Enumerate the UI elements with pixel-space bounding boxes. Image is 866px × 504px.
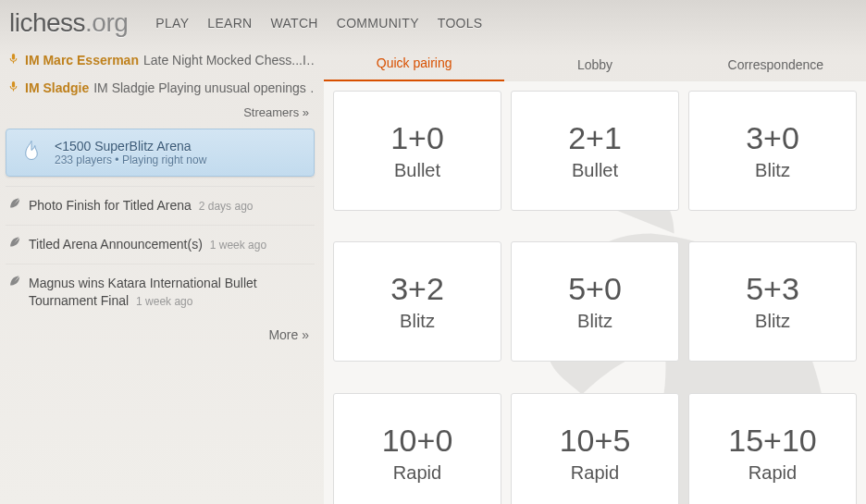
mic-icon xyxy=(7,53,19,65)
tile-mode: Bullet xyxy=(572,160,618,181)
pairing-tile[interactable]: 1+0Bullet xyxy=(333,91,501,211)
mic-icon xyxy=(7,80,19,92)
nav-watch[interactable]: WATCH xyxy=(271,16,318,31)
sidebar: IM Marc Esserman Late Night Mocked Chess… xyxy=(0,46,324,504)
flame-icon xyxy=(18,139,45,166)
tile-time: 2+1 xyxy=(568,120,622,156)
stream-title: IM Sladgie xyxy=(25,80,89,96)
tile-mode: Rapid xyxy=(748,462,797,484)
pairing-tile[interactable]: 10+5Rapid xyxy=(511,393,679,504)
tile-time: 5+3 xyxy=(746,271,799,307)
main-area: Quick pairing Lobby Correspondence 1+0Bu… xyxy=(324,46,866,504)
news-time: 1 week ago xyxy=(210,239,266,252)
stream-item[interactable]: IM Marc Esserman Late Night Mocked Chess… xyxy=(6,46,315,74)
nav-tools[interactable]: TOOLS xyxy=(438,16,483,31)
news-title: Titled Arena Announcement(s) xyxy=(29,237,203,252)
logo[interactable]: lichess.org xyxy=(9,8,128,38)
pairing-tile[interactable]: 5+3Blitz xyxy=(688,241,857,362)
news-time: 2 days ago xyxy=(199,200,254,213)
pairing-tile[interactable]: 10+0Rapid xyxy=(333,393,501,504)
tile-mode: Blitz xyxy=(577,311,612,332)
feather-icon xyxy=(7,235,21,249)
pairing-tile[interactable]: 3+0Blitz xyxy=(688,91,857,211)
arena-subtitle: 233 players • Playing right now xyxy=(55,154,206,166)
tile-time: 1+0 xyxy=(390,120,444,156)
pairing-tile[interactable]: 2+1Bullet xyxy=(511,91,679,211)
tile-time: 10+0 xyxy=(382,423,453,459)
feather-icon xyxy=(7,274,21,288)
news-time: 1 week ago xyxy=(136,295,192,308)
tile-time: 10+5 xyxy=(560,423,631,459)
tile-time: 5+0 xyxy=(568,271,622,307)
tile-mode: Rapid xyxy=(571,462,619,484)
tile-time: 3+2 xyxy=(390,271,444,307)
nav-community[interactable]: COMMUNITY xyxy=(337,16,419,31)
pairing-tile[interactable]: 15+10Rapid xyxy=(688,393,857,504)
more-link[interactable]: More » xyxy=(6,320,315,350)
stream-desc: IM Sladgie Playing unusual openings … xyxy=(93,80,315,96)
pairing-tile[interactable]: 5+0Blitz xyxy=(511,241,679,362)
tile-mode: Blitz xyxy=(755,160,790,181)
news-title: Photo Finish for Titled Arena xyxy=(29,198,192,213)
nav-play[interactable]: PLAY xyxy=(155,16,189,31)
top-bar: lichess.org PLAY LEARN WATCH COMMUNITY T… xyxy=(0,0,866,46)
lobby-tabs: Quick pairing Lobby Correspondence xyxy=(324,46,866,81)
stream-item[interactable]: IM Sladgie IM Sladgie Playing unusual op… xyxy=(6,74,315,102)
tab-correspondence[interactable]: Correspondence xyxy=(686,48,866,81)
tile-mode: Bullet xyxy=(394,160,440,181)
stream-title: IM Marc Esserman xyxy=(25,52,139,68)
news-item[interactable]: Magnus wins Katara International Bullet … xyxy=(6,264,315,320)
news-item[interactable]: Titled Arena Announcement(s) 1 week ago xyxy=(6,225,315,264)
streamers-link[interactable]: Streamers » xyxy=(6,102,315,127)
tab-lobby[interactable]: Lobby xyxy=(504,48,685,81)
tile-mode: Rapid xyxy=(393,462,441,484)
tile-time: 15+10 xyxy=(728,423,817,459)
tile-mode: Blitz xyxy=(755,311,790,332)
main-nav: PLAY LEARN WATCH COMMUNITY TOOLS xyxy=(155,16,482,31)
arena-title: <1500 SuperBlitz Arena xyxy=(55,139,206,154)
tile-mode: Blitz xyxy=(400,311,435,332)
nav-learn[interactable]: LEARN xyxy=(207,16,252,31)
tab-quick-pairing[interactable]: Quick pairing xyxy=(324,46,504,81)
stream-desc: Late Night Mocked Chess...I… xyxy=(143,52,315,68)
arena-box[interactable]: <1500 SuperBlitz Arena 233 players • Pla… xyxy=(6,129,315,177)
feather-icon xyxy=(7,196,21,210)
news-item[interactable]: Photo Finish for Titled Arena 2 days ago xyxy=(6,186,315,225)
quick-pairing-grid: 1+0Bullet 2+1Bullet 3+0Blitz 3+2Blitz 5+… xyxy=(324,81,866,504)
pairing-tile[interactable]: 3+2Blitz xyxy=(333,241,501,362)
tile-time: 3+0 xyxy=(746,120,799,156)
